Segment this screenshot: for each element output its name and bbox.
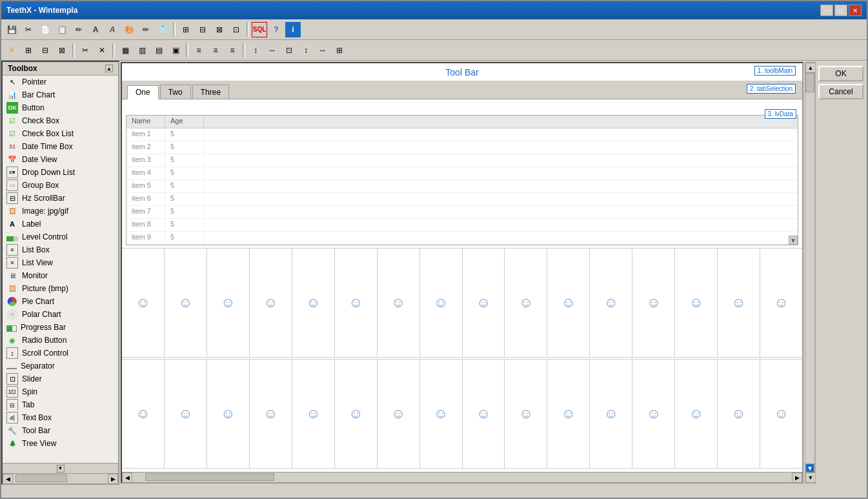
smiley-cell[interactable]: ☺ <box>675 249 718 358</box>
layout4-button[interactable]: ↕ <box>298 43 314 58</box>
grid3-button[interactable]: ⊠ <box>54 43 70 58</box>
smiley-cell[interactable]: ☺ <box>463 249 505 358</box>
bar3-button[interactable]: ▤ <box>151 43 167 58</box>
smiley-cell[interactable]: ☺ <box>632 360 675 469</box>
toolbox-item-dropdown[interactable]: ≡▾ Drop Down List <box>3 166 118 179</box>
toolbox-item-polarchart[interactable]: Polar Chart <box>3 308 118 321</box>
smiley-cell[interactable]: ☺ <box>463 360 505 469</box>
x-button[interactable]: ✕ <box>94 43 110 58</box>
ok-button[interactable]: OK <box>818 66 863 81</box>
pencil-button[interactable]: ✏ <box>138 22 154 37</box>
help-button[interactable]: ? <box>268 22 284 37</box>
smiley-cell[interactable]: ☺ <box>378 249 420 358</box>
tab-three[interactable]: Three <box>192 85 229 99</box>
smiley-cell[interactable]: ☺ <box>207 249 250 358</box>
move3-button[interactable]: ⊠ <box>212 22 227 37</box>
smiley-cell[interactable]: ☺ <box>378 360 420 469</box>
toolbox-item-listview[interactable]: ≡ List View <box>3 256 118 269</box>
copy-button[interactable]: 📄 <box>37 22 53 37</box>
text2-button[interactable]: A <box>105 22 120 37</box>
smiley-cell[interactable]: ☺ <box>632 249 675 358</box>
toolbox-item-levelctrl[interactable]: Level Control <box>3 230 118 243</box>
toolbox-item-bar-chart[interactable]: 📊 Bar Chart <box>3 88 118 101</box>
tab-one[interactable]: One <box>127 85 159 99</box>
tab-two[interactable]: Two <box>160 85 191 99</box>
star-button[interactable]: ✳ <box>4 43 19 58</box>
move4-button[interactable]: ⊡ <box>228 22 244 37</box>
shirt-button[interactable]: 👕 <box>155 22 170 37</box>
sql-button[interactable]: SQL <box>252 22 267 37</box>
align2-button[interactable]: ≡ <box>208 43 223 58</box>
smiley-cell[interactable]: ☺ <box>718 360 760 469</box>
toolbox-item-label[interactable]: A Label <box>3 218 118 230</box>
align1-button[interactable]: ≡ <box>191 43 207 58</box>
toolbox-item-checkbox-list[interactable]: ☑ Check Box List <box>3 127 118 140</box>
smiley-cell[interactable]: ☺ <box>335 360 378 469</box>
smiley-cell[interactable]: ☺ <box>420 249 463 358</box>
smiley-cell[interactable]: ☺ <box>122 360 165 469</box>
toolbox-item-button[interactable]: OK Button <box>3 101 118 114</box>
grid2-button[interactable]: ⊟ <box>37 43 53 58</box>
toolbox-item-image[interactable]: 🖼 Image: jpg/gif <box>3 205 118 218</box>
smiley-cell[interactable]: ☺ <box>547 360 590 469</box>
smiley-cell[interactable]: ☺ <box>165 249 207 358</box>
maximize-button[interactable]: □ <box>834 5 847 16</box>
vscroll-up[interactable]: ▲ <box>805 63 816 73</box>
grid1-button[interactable]: ⊞ <box>21 43 36 58</box>
layout3-button[interactable]: ⊡ <box>281 43 297 58</box>
toolbox-item-checkbox[interactable]: ☑ Check Box <box>3 114 118 127</box>
toolbox-hscroll-left[interactable]: ◀ <box>3 474 13 484</box>
toolbox-item-tab[interactable]: ⊟ Tab <box>3 398 118 411</box>
toolbox-item-spin[interactable]: 1⊡ Spin <box>3 385 118 398</box>
paste-button[interactable]: 📋 <box>54 22 70 37</box>
toolbox-item-radiobutton[interactable]: ◉ Radio Button <box>3 334 118 347</box>
toolbox-item-monitor[interactable]: 🖥 Monitor <box>3 269 118 282</box>
toolbox-scroll-up[interactable]: ▲ <box>105 65 113 72</box>
toolbox-item-piechart[interactable]: Pie Chart <box>3 295 118 308</box>
smiley-cell[interactable]: ☺ <box>250 360 292 469</box>
toolbox-item-groupbox[interactable]: ▭ Group Box <box>3 179 118 192</box>
layout5-button[interactable]: ↔ <box>315 43 330 58</box>
smiley-cell[interactable]: ☺ <box>505 360 547 469</box>
toolbox-item-listbox[interactable]: ≡ List Box <box>3 243 118 256</box>
smiley-cell[interactable]: ☺ <box>760 360 802 469</box>
content-hscroll-left[interactable]: ◀ <box>122 473 132 483</box>
layout6-button[interactable]: ⊞ <box>332 43 347 58</box>
bar2-button[interactable]: ▥ <box>134 43 150 58</box>
edit-button[interactable]: ✏ <box>71 22 86 37</box>
save-button[interactable]: 💾 <box>4 22 19 37</box>
toolbox-hscroll-right[interactable]: ▶ <box>108 474 118 484</box>
toolbox-item-textbox[interactable]: a| Text Box <box>3 411 118 424</box>
smiley-cell[interactable]: ☺ <box>250 249 292 358</box>
toolbox-item-separator[interactable]: Separator <box>3 360 118 372</box>
smiley-cell[interactable]: ☺ <box>505 249 547 358</box>
toolbox-item-progressbar[interactable]: Progress Bar <box>3 321 118 334</box>
toolbox-item-datetime[interactable]: 31 Date Time Box <box>3 140 118 153</box>
cut-button[interactable]: ✂ <box>21 22 36 37</box>
smiley-cell[interactable]: ☺ <box>292 249 335 358</box>
toolbox-item-slider[interactable]: ⊡ Slider <box>3 372 118 385</box>
smiley-cell[interactable]: ☺ <box>547 249 590 358</box>
move2-button[interactable]: ⊟ <box>195 22 210 37</box>
smiley-cell[interactable]: ☺ <box>675 360 718 469</box>
toolbox-item-hzscroll[interactable]: ⊟ Hz ScrollBar <box>3 192 118 205</box>
toolbox-item-treeview[interactable]: 🌲 Tree View <box>3 437 118 450</box>
move-button[interactable]: ⊞ <box>178 22 194 37</box>
cancel-button[interactable]: Cancel <box>818 84 863 99</box>
smiley-cell[interactable]: ☺ <box>292 360 335 469</box>
smiley-cell[interactable]: ☺ <box>165 360 207 469</box>
smiley-cell[interactable]: ☺ <box>207 360 250 469</box>
layout2-button[interactable]: ↔ <box>265 43 280 58</box>
toolbox-item-pointer[interactable]: ↖ Pointer <box>3 76 118 88</box>
info-button[interactable]: i <box>285 22 301 37</box>
toolbox-item-scrollctrl[interactable]: ↕ Scroll Control <box>3 347 118 360</box>
align3-button[interactable]: ≡ <box>225 43 240 58</box>
smiley-cell[interactable]: ☺ <box>760 249 802 358</box>
text-button[interactable]: A <box>88 22 103 37</box>
cut2-button[interactable]: ✂ <box>77 43 93 58</box>
smiley-cell[interactable]: ☺ <box>335 249 378 358</box>
toolbox-scroll-down[interactable]: ▼ <box>57 465 65 473</box>
toolbox-item-dateview[interactable]: 📅 Date View <box>3 153 118 166</box>
toolbox-item-toolbar[interactable]: 🔧 Tool Bar <box>3 424 118 437</box>
vscroll-bottom-indicator[interactable]: ▼ <box>805 463 814 473</box>
